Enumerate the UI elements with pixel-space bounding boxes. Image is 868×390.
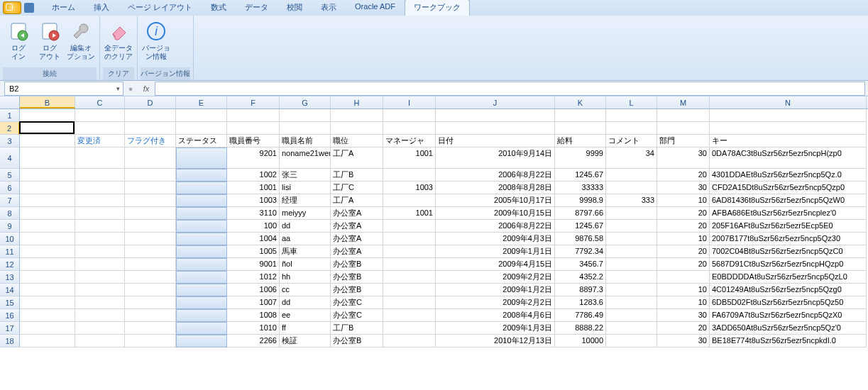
- cell[interactable]: [125, 335, 176, 347]
- row-header[interactable]: 15: [0, 296, 20, 309]
- row-header[interactable]: 7: [0, 194, 20, 207]
- cell[interactable]: [125, 258, 176, 271]
- cell[interactable]: [125, 271, 176, 284]
- cell[interactable]: 30: [657, 147, 710, 169]
- cell[interactable]: 10: [657, 233, 710, 245]
- cell[interactable]: 8797.66: [555, 207, 606, 220]
- status-cell[interactable]: [176, 220, 227, 233]
- column-header[interactable]: N: [710, 96, 867, 108]
- cell[interactable]: 20: [657, 245, 710, 258]
- cell[interactable]: [606, 207, 657, 220]
- cell[interactable]: 7786.49: [555, 309, 606, 322]
- cell[interactable]: [383, 322, 436, 335]
- cell[interactable]: 変更済: [75, 135, 125, 147]
- cell[interactable]: 1002: [227, 169, 280, 182]
- column-header[interactable]: D: [125, 96, 176, 108]
- cell[interactable]: 2009年4月15日: [436, 258, 555, 271]
- cell[interactable]: [125, 309, 176, 322]
- cell[interactable]: [657, 271, 710, 284]
- cell[interactable]: 3456.7: [555, 258, 606, 271]
- cell[interactable]: [606, 335, 657, 347]
- cell[interactable]: 2009年1月1日: [436, 245, 555, 258]
- cell[interactable]: [75, 169, 125, 182]
- cell[interactable]: [75, 233, 125, 245]
- cell[interactable]: [75, 296, 125, 309]
- cell[interactable]: [606, 182, 657, 194]
- cell[interactable]: 4C01249At8uSzr56zr5ezr5ncp5Qzg0: [710, 284, 867, 296]
- cell[interactable]: [20, 309, 75, 322]
- cell[interactable]: 2005年10月17日: [436, 194, 555, 207]
- cell[interactable]: [606, 296, 657, 309]
- ribbon-tab[interactable]: 表示: [312, 0, 346, 16]
- row-header[interactable]: 18: [0, 335, 20, 347]
- column-header[interactable]: E: [176, 96, 227, 108]
- clear-all-button[interactable]: 全データ のクリア: [103, 17, 134, 67]
- cell[interactable]: 10: [657, 296, 710, 309]
- cell[interactable]: 33333: [555, 182, 606, 194]
- cell[interactable]: 办公室C: [331, 309, 383, 322]
- cell[interactable]: 1283.6: [555, 296, 606, 309]
- row-header[interactable]: 16: [0, 309, 20, 322]
- quick-save-icon[interactable]: [24, 3, 34, 13]
- cell[interactable]: [383, 245, 436, 258]
- cell[interactable]: lisi: [280, 182, 331, 194]
- row-header[interactable]: 9: [0, 220, 20, 233]
- cell[interactable]: 2006年8月22日: [436, 169, 555, 182]
- cell[interactable]: [125, 284, 176, 296]
- cell[interactable]: [75, 284, 125, 296]
- cell[interactable]: 8888.22: [555, 322, 606, 335]
- cell[interactable]: [383, 220, 436, 233]
- cell[interactable]: [75, 147, 125, 169]
- cell[interactable]: 20: [657, 258, 710, 271]
- cell[interactable]: 工厂B: [331, 322, 383, 335]
- cell[interactable]: [125, 147, 176, 169]
- cell[interactable]: [383, 233, 436, 245]
- row-header[interactable]: 13: [0, 271, 20, 284]
- cell[interactable]: 20: [657, 220, 710, 233]
- select-all-corner[interactable]: [0, 96, 20, 108]
- cell[interactable]: 20: [657, 322, 710, 335]
- cell[interactable]: [75, 309, 125, 322]
- cell[interactable]: meiyyy: [280, 207, 331, 220]
- status-cell[interactable]: [176, 258, 227, 271]
- status-cell[interactable]: [176, 182, 227, 194]
- cell[interactable]: 30: [657, 335, 710, 347]
- cell[interactable]: [20, 182, 75, 194]
- ribbon-tab[interactable]: ホーム: [43, 0, 84, 16]
- column-header[interactable]: I: [383, 96, 436, 108]
- cell[interactable]: 部門: [657, 135, 710, 147]
- cell[interactable]: [20, 296, 75, 309]
- cell[interactable]: 办公室C: [331, 296, 383, 309]
- status-cell[interactable]: [176, 233, 227, 245]
- row-header[interactable]: 10: [0, 233, 20, 245]
- cell[interactable]: [125, 233, 176, 245]
- version-info-button[interactable]: iバージョ ン情報: [141, 17, 172, 67]
- cell[interactable]: 办公室A: [331, 233, 383, 245]
- row-header[interactable]: 6: [0, 182, 20, 194]
- column-header[interactable]: L: [606, 96, 657, 108]
- cell[interactable]: [606, 309, 657, 322]
- cell[interactable]: 4301DDAEt8uSzr56zr5ezr5ncp5Qz.0: [710, 169, 867, 182]
- cell[interactable]: [75, 258, 125, 271]
- cell[interactable]: [125, 109, 176, 122]
- cell[interactable]: 2010年12月13日: [436, 335, 555, 347]
- cell[interactable]: CFD2A15Dt8uSzr56zr5ezr5ncp5Qzp0: [710, 182, 867, 194]
- ribbon-tab[interactable]: ワークブック: [405, 0, 470, 16]
- cell[interactable]: E0BDDDDAt8uSzr56zr5ezr5ncp5QzL0: [710, 271, 867, 284]
- cell[interactable]: [436, 122, 555, 135]
- cell[interactable]: 馬車: [280, 245, 331, 258]
- edit-options-button[interactable]: 編集オ プション: [65, 17, 97, 67]
- logout-button[interactable]: ログ アウト: [34, 17, 65, 67]
- cell[interactable]: [20, 284, 75, 296]
- cell[interactable]: 8897.3: [555, 284, 606, 296]
- cell[interactable]: 100: [227, 220, 280, 233]
- cell[interactable]: noname21werqqq: [280, 147, 331, 169]
- cell[interactable]: 工厂B: [331, 169, 383, 182]
- cell[interactable]: [125, 194, 176, 207]
- cell[interactable]: 2009年10月15日: [436, 207, 555, 220]
- cell[interactable]: 日付: [436, 135, 555, 147]
- cell[interactable]: 職位: [331, 135, 383, 147]
- cell[interactable]: 205F16AFt8uSzr56zr5ezr5Ecp5E0: [710, 220, 867, 233]
- cell[interactable]: [125, 182, 176, 194]
- cell[interactable]: [125, 122, 176, 135]
